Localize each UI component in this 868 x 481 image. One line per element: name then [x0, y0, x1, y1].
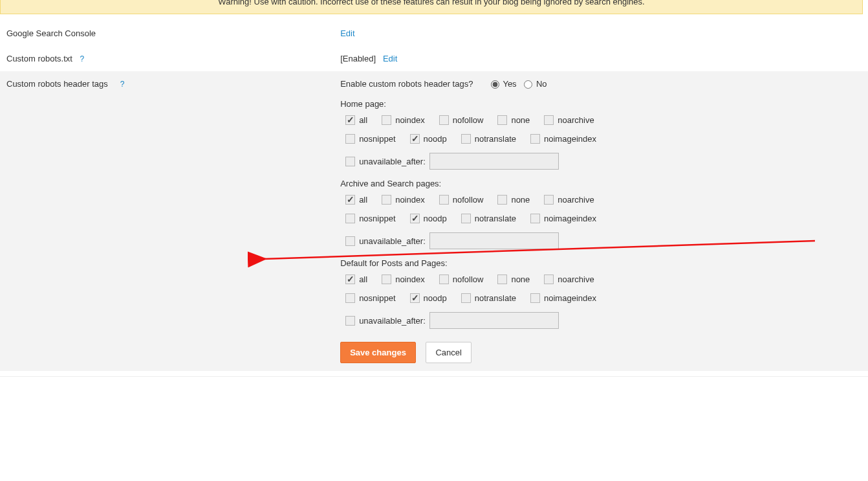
- posts-noarchive-checkbox[interactable]: [544, 274, 554, 284]
- posts-notranslate-checkbox[interactable]: [461, 293, 471, 303]
- posts-all-label: all: [359, 274, 367, 284]
- archive-all-checkbox[interactable]: [345, 195, 355, 205]
- enable-question-line: Enable custom robots header tags? Yes No: [340, 79, 862, 89]
- warning-text: Warning! Use with caution. Incorrect use…: [218, 0, 644, 6]
- settings-table: Google Search Console Edit Custom robots…: [0, 21, 868, 371]
- posts-unavailable-checkbox[interactable]: [345, 316, 355, 326]
- home-noindex-label: noindex: [395, 115, 425, 125]
- posts-notranslate-label: notranslate: [475, 293, 516, 303]
- row-robots-txt-control: [Enabled] Edit: [334, 46, 868, 71]
- archive-noodp-label: noodp: [424, 214, 447, 223]
- button-row: Save changes Cancel: [340, 342, 862, 363]
- warning-banner: Warning! Use with caution. Incorrect use…: [0, 0, 863, 14]
- radio-yes-label: Yes: [503, 79, 516, 89]
- posts-noimageindex-checkbox[interactable]: [530, 293, 540, 303]
- archive-notranslate-checkbox[interactable]: [461, 214, 471, 223]
- row-robots-tags-label: Custom robots header tags ?: [0, 71, 334, 371]
- help-icon[interactable]: ?: [80, 54, 85, 63]
- home-none-checkbox[interactable]: [497, 115, 507, 125]
- archive-noodp-checkbox[interactable]: [410, 214, 420, 223]
- archive-noindex-label: noindex: [395, 195, 425, 205]
- posts-nosnippet-checkbox[interactable]: [345, 293, 355, 303]
- home-notranslate-label: notranslate: [475, 134, 516, 144]
- radio-no[interactable]: [524, 80, 532, 89]
- home-noodp-checkbox[interactable]: [410, 134, 420, 144]
- save-button[interactable]: Save changes: [340, 342, 416, 363]
- archive-none-label: none: [511, 195, 530, 205]
- archive-nosnippet-label: nosnippet: [359, 214, 395, 223]
- row-robots-tags: Custom robots header tags ? Enable custo…: [0, 71, 868, 371]
- archive-noindex-checkbox[interactable]: [382, 195, 391, 205]
- row-gsc: Google Search Console Edit: [0, 21, 868, 46]
- cancel-button[interactable]: Cancel: [426, 342, 471, 363]
- archive-unavailable-label: unavailable_after:: [359, 236, 426, 246]
- row-robots-tags-control: Enable custom robots header tags? Yes No…: [334, 71, 868, 371]
- robots-tags-label-text: Custom robots header tags: [6, 79, 108, 89]
- posts-noodp-checkbox[interactable]: [410, 293, 420, 303]
- radio-yes[interactable]: [491, 80, 499, 89]
- home-nosnippet-checkbox[interactable]: [345, 134, 355, 144]
- archive-nofollow-label: nofollow: [453, 195, 484, 205]
- home-nofollow-label: nofollow: [453, 115, 484, 125]
- archive-nosnippet-checkbox[interactable]: [345, 214, 355, 223]
- robots-txt-edit-link[interactable]: Edit: [383, 54, 397, 63]
- archive-noarchive-label: noarchive: [558, 195, 594, 205]
- posts-noindex-label: noindex: [395, 274, 425, 284]
- home-noarchive-checkbox[interactable]: [544, 115, 554, 125]
- home-noarchive-label: noarchive: [558, 115, 594, 125]
- home-none-label: none: [511, 115, 530, 125]
- home-unavailable-input[interactable]: [429, 153, 559, 170]
- posts-noindex-checkbox[interactable]: [382, 274, 391, 284]
- archive-nofollow-checkbox[interactable]: [439, 195, 449, 205]
- archive-heading: Archive and Search pages:: [340, 179, 862, 188]
- posts-none-checkbox[interactable]: [497, 274, 507, 284]
- row-gsc-control: Edit: [334, 21, 868, 46]
- archive-all-label: all: [359, 195, 367, 205]
- archive-unavailable-checkbox[interactable]: [345, 236, 355, 246]
- enable-question-text: Enable custom robots header tags?: [340, 79, 473, 89]
- archive-unavailable-input[interactable]: [429, 232, 559, 249]
- help-icon[interactable]: ?: [120, 80, 125, 89]
- posts-none-label: none: [511, 274, 530, 284]
- posts-nofollow-checkbox[interactable]: [439, 274, 449, 284]
- gsc-edit-link[interactable]: Edit: [340, 28, 354, 38]
- posts-nosnippet-label: nosnippet: [359, 293, 395, 303]
- archive-none-checkbox[interactable]: [497, 195, 507, 205]
- archive-noimageindex-checkbox[interactable]: [530, 214, 540, 223]
- robots-txt-label-text: Custom robots.txt: [6, 54, 72, 63]
- row-gsc-label: Google Search Console: [0, 21, 334, 46]
- home-notranslate-checkbox[interactable]: [461, 134, 471, 144]
- archive-grid: all noindex nofollow none noarchive nosn…: [345, 195, 862, 249]
- posts-grid: all noindex nofollow none noarchive nosn…: [345, 274, 862, 329]
- posts-unavailable-input[interactable]: [429, 312, 559, 329]
- gsc-label-text: Google Search Console: [6, 28, 96, 38]
- enable-radio-group: Yes No: [488, 79, 549, 89]
- home-grid: all noindex nofollow none noarchive nosn…: [345, 115, 862, 170]
- posts-heading: Default for Posts and Pages:: [340, 258, 862, 268]
- home-all-checkbox[interactable]: [345, 115, 355, 125]
- posts-unavailable-label: unavailable_after:: [359, 316, 426, 326]
- home-unavailable-checkbox[interactable]: [345, 157, 355, 166]
- radio-no-label: No: [536, 79, 547, 89]
- home-noindex-checkbox[interactable]: [382, 115, 391, 125]
- robots-txt-status: [Enabled]: [340, 54, 376, 63]
- home-unavailable-label: unavailable_after:: [359, 157, 426, 166]
- row-robots-txt-label: Custom robots.txt ?: [0, 46, 334, 71]
- home-noimageindex-checkbox[interactable]: [530, 134, 540, 144]
- posts-noodp-label: noodp: [424, 293, 447, 303]
- posts-all-checkbox[interactable]: [345, 274, 355, 284]
- home-noodp-label: noodp: [424, 134, 447, 144]
- archive-noimageindex-label: noimageindex: [544, 214, 596, 223]
- home-heading: Home page:: [340, 99, 862, 109]
- footer-divider: [0, 376, 868, 377]
- posts-noimageindex-label: noimageindex: [544, 293, 596, 303]
- archive-noarchive-checkbox[interactable]: [544, 195, 554, 205]
- home-nosnippet-label: nosnippet: [359, 134, 395, 144]
- posts-noarchive-label: noarchive: [558, 274, 594, 284]
- row-robots-txt: Custom robots.txt ? [Enabled] Edit: [0, 46, 868, 71]
- home-nofollow-checkbox[interactable]: [439, 115, 449, 125]
- home-noimageindex-label: noimageindex: [544, 134, 596, 144]
- home-all-label: all: [359, 115, 367, 125]
- posts-nofollow-label: nofollow: [453, 274, 484, 284]
- archive-notranslate-label: notranslate: [475, 214, 516, 223]
